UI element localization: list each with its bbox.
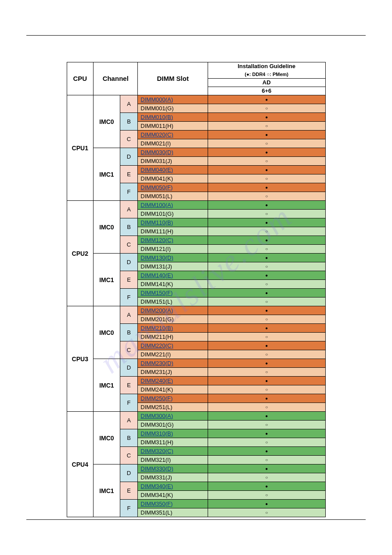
channel-cell: D [120, 254, 138, 271]
dimm-slot-cell: DIMM150(F) [138, 289, 208, 297]
ddr4-mark-icon [208, 394, 325, 403]
channel-cell: C [120, 341, 138, 359]
pmem-mark-icon [208, 157, 325, 166]
imc-cell: IMC1 [94, 464, 120, 517]
channel-cell: F [120, 394, 138, 412]
ddr4-mark-icon [208, 271, 325, 280]
ddr4-mark-icon [208, 254, 325, 262]
dimm-slot-cell: DIMM320(C) [138, 447, 208, 456]
header-guideline-legend: (●: DDR4 ○: PMem) [245, 72, 288, 77]
pmem-mark-icon [208, 139, 325, 148]
channel-cell: F [120, 183, 138, 201]
channel-cell: D [120, 148, 138, 166]
dimm-slot-cell: DIMM000(A) [138, 95, 208, 104]
dimm-slot-cell: DIMM140(E) [138, 271, 208, 280]
header-ratio: 6+6 [208, 87, 325, 95]
header-guideline-line1: Installation Guideline [238, 63, 295, 69]
ddr4-mark-icon [208, 359, 325, 368]
pmem-mark-icon [208, 385, 325, 394]
channel-cell: B [120, 429, 138, 447]
dimm-slot-cell: DIMM210(B) [138, 324, 208, 333]
pmem-mark-icon [208, 297, 325, 306]
imc-cell: IMC0 [94, 306, 120, 359]
pmem-mark-icon [208, 350, 325, 359]
pmem-mark-icon [208, 122, 325, 131]
dimm-slot-cell: DIMM051(L) [138, 192, 208, 201]
dimm-slot-cell: DIMM351(L) [138, 508, 208, 517]
table-row: CPU4IMC0ADIMM300(A) [67, 412, 325, 421]
pmem-mark-icon [208, 491, 325, 500]
channel-cell: A [120, 95, 138, 113]
ddr4-mark-icon [208, 306, 325, 315]
ddr4-mark-icon [208, 289, 325, 297]
dimm-slot-cell: DIMM020(C) [138, 131, 208, 139]
ddr4-mark-icon [208, 341, 325, 350]
channel-cell: C [120, 131, 138, 148]
dimm-population-table: CPU Channel DIMM Slot Installation Guide… [67, 62, 326, 517]
ddr4-mark-icon [208, 447, 325, 456]
channel-cell: C [120, 447, 138, 464]
pmem-mark-icon [208, 262, 325, 271]
channel-cell: E [120, 482, 138, 500]
dimm-slot-cell: DIMM250(F) [138, 394, 208, 403]
pmem-mark-icon [208, 104, 325, 113]
dimm-slot-cell: DIMM221(I) [138, 350, 208, 359]
dimm-slot-cell: DIMM131(J) [138, 262, 208, 271]
table-row: IMC1DDIMM230(D) [67, 359, 325, 368]
header-cpu: CPU [67, 62, 94, 95]
ddr4-mark-icon [208, 113, 325, 122]
dimm-slot-cell: DIMM200(A) [138, 306, 208, 315]
dimm-slot-cell: DIMM230(D) [138, 359, 208, 368]
header-ad: AD [208, 79, 325, 87]
dimm-slot-cell: DIMM310(B) [138, 429, 208, 438]
dimm-slot-cell: DIMM100(A) [138, 201, 208, 210]
pmem-mark-icon [208, 456, 325, 464]
ddr4-mark-icon [208, 131, 325, 139]
dimm-slot-cell: DIMM311(H) [138, 438, 208, 447]
table-row: IMC1DDIMM130(D) [67, 254, 325, 262]
dimm-slot-cell: DIMM251(L) [138, 403, 208, 412]
pmem-mark-icon [208, 227, 325, 236]
dimm-slot-cell: DIMM031(J) [138, 157, 208, 166]
dimm-slot-cell: DIMM121(I) [138, 245, 208, 254]
channel-cell: D [120, 464, 138, 482]
dimm-slot-cell: DIMM101(G) [138, 210, 208, 218]
dimm-slot-cell: DIMM330(D) [138, 464, 208, 473]
ddr4-mark-icon [208, 218, 325, 227]
ddr4-mark-icon [208, 482, 325, 491]
dimm-slot-cell: DIMM201(G) [138, 315, 208, 324]
channel-cell: C [120, 236, 138, 254]
pmem-mark-icon [208, 438, 325, 447]
channel-cell: E [120, 377, 138, 394]
ddr4-mark-icon [208, 429, 325, 438]
ddr4-mark-icon [208, 201, 325, 210]
dimm-slot-cell: DIMM120(C) [138, 236, 208, 245]
table-container: manualslive.com CPU Channel DIMM Slot In… [67, 62, 326, 517]
ddr4-mark-icon [208, 464, 325, 473]
imc-cell: IMC0 [94, 412, 120, 464]
dimm-slot-cell: DIMM010(B) [138, 113, 208, 122]
pmem-mark-icon [208, 192, 325, 201]
imc-cell: IMC1 [94, 359, 120, 412]
dimm-slot-cell: DIMM151(L) [138, 297, 208, 306]
channel-cell: B [120, 218, 138, 236]
header-dimm-slot: DIMM Slot [138, 62, 208, 95]
table-head: CPU Channel DIMM Slot Installation Guide… [67, 62, 325, 95]
ddr4-mark-icon [208, 236, 325, 245]
ddr4-mark-icon [208, 412, 325, 421]
dimm-slot-cell: DIMM301(G) [138, 421, 208, 429]
channel-cell: D [120, 359, 138, 377]
channel-cell: F [120, 500, 138, 517]
pmem-mark-icon [208, 245, 325, 254]
imc-cell: IMC1 [94, 254, 120, 306]
dimm-slot-cell: DIMM211(H) [138, 333, 208, 341]
header-guideline: Installation Guideline (●: DDR4 ○: PMem) [208, 62, 325, 79]
table-row: CPU2IMC0ADIMM100(A) [67, 201, 325, 210]
dimm-slot-cell: DIMM050(F) [138, 183, 208, 192]
cpu-cell: CPU2 [67, 201, 94, 306]
dimm-slot-cell: DIMM220(C) [138, 341, 208, 350]
dimm-slot-cell: DIMM111(H) [138, 227, 208, 236]
cpu-cell: CPU4 [67, 412, 94, 517]
dimm-slot-cell: DIMM331(J) [138, 473, 208, 482]
dimm-slot-cell: DIMM350(F) [138, 500, 208, 508]
